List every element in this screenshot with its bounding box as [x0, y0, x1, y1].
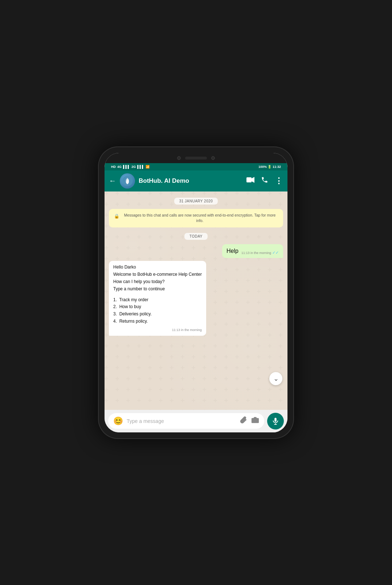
read-receipt-icon: ✓✓ [272, 250, 279, 255]
svg-rect-1 [246, 177, 252, 182]
date-today: TODAY [109, 233, 283, 239]
bot-line-3: How can I help you today? [113, 278, 202, 286]
incoming-message-row: Hello Darko Welcome to BotHub e-commerce… [109, 261, 283, 335]
date-january: 31 JANUARY 2020 [109, 197, 283, 204]
sensor [211, 156, 215, 160]
header-action-icons: ⋮ [246, 176, 283, 186]
bot-line-1: Hello Darko [113, 264, 202, 271]
signal-indicators: HD 4G ▌▌▌ 2G ▌▌▌ 📶 [111, 165, 150, 169]
video-call-icon[interactable] [246, 177, 254, 185]
bot-line-2: Welcome to BotHub e-commerce Help Center [113, 271, 202, 278]
input-bar: 😊 Type a message [105, 410, 287, 432]
attachment-icon[interactable] [240, 416, 248, 426]
chevron-down-icon: ⌄ [273, 375, 279, 383]
battery-level: 100% [258, 165, 267, 169]
wifi-icon: 📶 [146, 165, 150, 169]
contact-avatar[interactable] [120, 173, 135, 189]
bot-option-2: 2. How to buy [113, 303, 202, 311]
mic-button[interactable] [267, 413, 284, 429]
outgoing-bubble-content: Help 11:13 in the morning ✓✓ [226, 247, 279, 255]
incoming-bubble: Hello Darko Welcome to BotHub e-commerce… [109, 261, 206, 335]
back-button[interactable]: ← [109, 177, 116, 185]
signal-bars-1: ▌▌▌ [123, 165, 130, 169]
outgoing-message-row: Help 11:13 in the morning ✓✓ [109, 244, 283, 258]
bot-option-1: 1. Track my order [113, 296, 202, 304]
svg-rect-4 [274, 417, 277, 421]
encryption-notice[interactable]: 🔒 Messages to this chat and calls are no… [109, 209, 283, 228]
phone-frame: HD 4G ▌▌▌ 2G ▌▌▌ 📶 100% 🔋 11:32 ← [98, 146, 294, 439]
emoji-button[interactable]: 😊 [113, 416, 123, 426]
phone-inner: HD 4G ▌▌▌ 2G ▌▌▌ 📶 100% 🔋 11:32 ← [105, 153, 287, 432]
status-bar: HD 4G ▌▌▌ 2G ▌▌▌ 📶 100% 🔋 11:32 [105, 163, 287, 170]
spacer [113, 293, 202, 296]
incoming-message-body: Hello Darko Welcome to BotHub e-commerce… [113, 264, 202, 325]
bot-line-4: Type a number to continue [113, 286, 202, 293]
message-input-wrap[interactable]: 😊 Type a message [108, 413, 264, 429]
hd-icon: HD [111, 165, 116, 169]
encryption-text: Messages to this chat and calls are now … [122, 213, 278, 224]
more-options-icon[interactable]: ⋮ [275, 176, 283, 186]
front-camera [177, 156, 181, 160]
chat-area: 31 JANUARY 2020 🔒 Messages to this chat … [105, 191, 287, 410]
phone-top [105, 153, 287, 163]
outgoing-time: 11:13 in the morning [241, 251, 271, 255]
network-2g: 2G [131, 165, 136, 169]
bot-option-3: 3. Deliveries policy. [113, 311, 202, 318]
battery-time: 100% 🔋 11:32 [258, 165, 281, 169]
message-input-placeholder[interactable]: Type a message [127, 418, 236, 424]
bot-option-4: 4. Returns policy. [113, 318, 202, 325]
battery-icon: 🔋 [268, 165, 271, 169]
current-time: 11:32 [273, 165, 281, 169]
outgoing-message-meta: 11:13 in the morning ✓✓ [241, 250, 279, 255]
outgoing-message-text: Help [226, 247, 238, 255]
svg-marker-2 [252, 177, 254, 183]
outgoing-bubble: Help 11:13 in the morning ✓✓ [222, 244, 283, 258]
network-4g: 4G [117, 165, 122, 169]
scroll-down-button[interactable]: ⌄ [269, 372, 282, 385]
earpiece-speaker [185, 157, 207, 160]
incoming-time: 11:13 in the morning [172, 327, 202, 333]
camera-icon[interactable] [251, 416, 259, 426]
contact-name: BotHub. AI Demo [139, 177, 243, 185]
lock-icon: 🔒 [114, 213, 119, 219]
voice-call-icon[interactable] [261, 176, 268, 185]
signal-bars-2: ▌▌▌ [137, 165, 144, 169]
chat-header: ← BotHub. AI Demo [105, 170, 287, 191]
